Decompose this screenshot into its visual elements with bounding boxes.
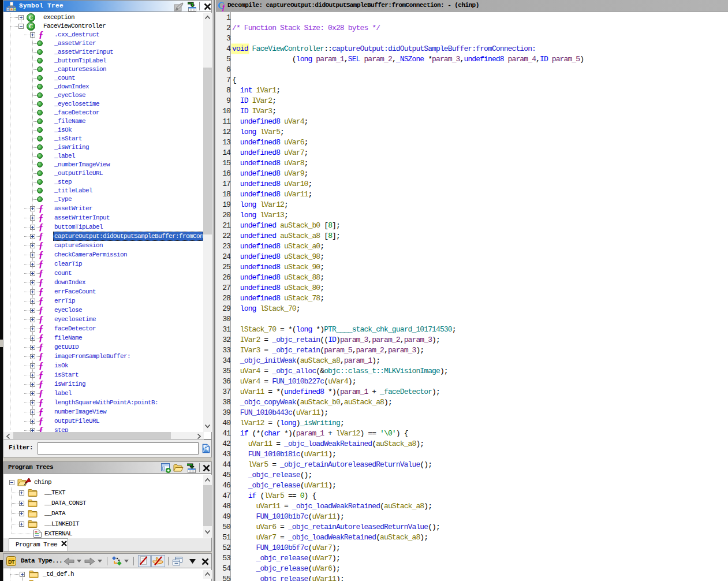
svg-text:DT: DT (8, 559, 15, 565)
